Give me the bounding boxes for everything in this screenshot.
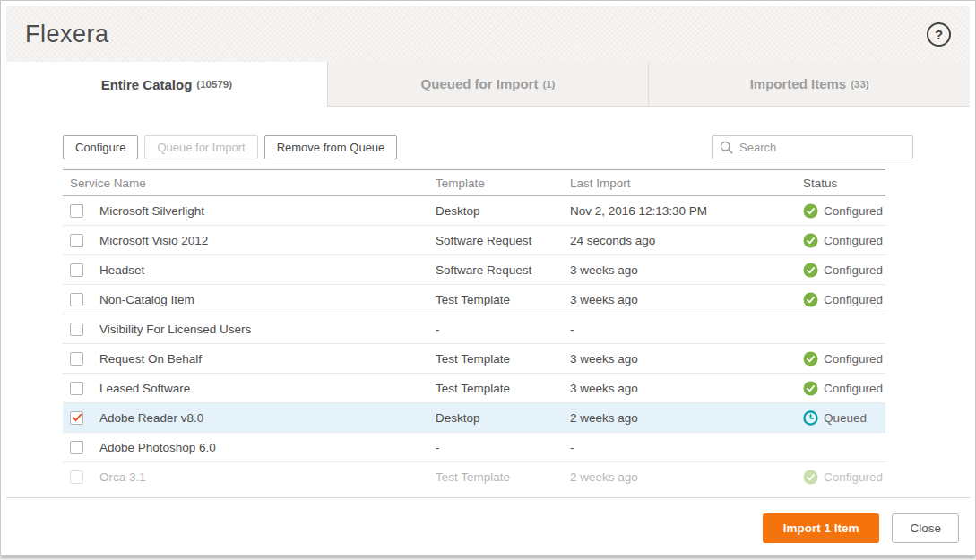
- table-row[interactable]: Adobe Reader v8.0Desktop2 weeks agoQueue…: [63, 403, 885, 433]
- template-cell: Desktop: [428, 411, 563, 425]
- help-glyph: ?: [935, 27, 943, 42]
- table-row[interactable]: Microsoft Visio 2012Software Request24 s…: [63, 226, 885, 255]
- template-cell: -: [428, 323, 563, 336]
- table-header: Service Name Template Last Import Status: [63, 169, 885, 196]
- service-name: Headset: [99, 263, 144, 277]
- row-checkbox[interactable]: [70, 263, 83, 277]
- table-row[interactable]: Visibility For Licensed Users--: [63, 314, 885, 344]
- tab-imported-items[interactable]: Imported Items (33): [648, 62, 970, 107]
- tab-count: (33): [851, 79, 868, 90]
- main-content: Configure Queue for Import Remove from Q…: [6, 107, 970, 497]
- template-cell: Desktop: [428, 204, 563, 218]
- service-name: Adobe Photoshop 6.0: [99, 441, 216, 454]
- status-label: Configured: [824, 234, 883, 247]
- template-cell: Test Template: [428, 382, 563, 395]
- table-row[interactable]: HeadsetSoftware Request3 weeks agoConfig…: [63, 255, 885, 285]
- status-badge: Configured: [796, 263, 885, 278]
- service-name: Request On Behalf: [99, 352, 202, 366]
- check-circle-icon: [803, 233, 818, 248]
- close-button[interactable]: Close: [892, 513, 959, 543]
- status-badge: Configured: [796, 351, 885, 366]
- tab-count: (1): [542, 79, 555, 90]
- row-checkbox[interactable]: [70, 293, 83, 306]
- tab-label: Queued for Import: [421, 76, 539, 91]
- last-import-cell: -: [563, 323, 796, 336]
- status-label: Configured: [824, 470, 883, 484]
- tab-bar: Entire Catalog (10579) Queued for Import…: [6, 62, 970, 107]
- catalog-dialog: Flexera ? Entire Catalog (10579) Queued …: [0, 0, 976, 556]
- check-circle-icon: [803, 292, 818, 307]
- col-service-name: Service Name: [63, 177, 428, 190]
- status-badge: Configured: [796, 203, 885, 219]
- last-import-cell: 2 weeks ago: [563, 470, 796, 484]
- table-row[interactable]: Adobe Photoshop 6.0--: [63, 433, 885, 462]
- clock-icon: [803, 410, 818, 426]
- row-checkbox[interactable]: [70, 441, 83, 454]
- template-cell: Test Template: [428, 293, 563, 306]
- app-header: Flexera ?: [6, 6, 970, 62]
- row-checkbox[interactable]: [70, 352, 83, 366]
- service-name: Microsoft Silverlight: [99, 204, 204, 218]
- toolbar: Configure Queue for Import Remove from Q…: [63, 135, 913, 159]
- status-badge: Configured: [796, 470, 885, 485]
- template-cell: Software Request: [428, 263, 563, 277]
- check-circle-icon: [803, 381, 818, 396]
- status-label: Configured: [824, 382, 883, 395]
- row-checkbox[interactable]: [70, 411, 83, 425]
- row-checkbox[interactable]: [70, 234, 83, 247]
- tab-entire-catalog[interactable]: Entire Catalog (10579): [6, 62, 327, 107]
- status-label: Configured: [824, 352, 883, 366]
- table-row[interactable]: Request On BehalfTest Template3 weeks ag…: [63, 344, 885, 374]
- row-checkbox[interactable]: [70, 323, 83, 336]
- last-import-cell: 3 weeks ago: [563, 352, 796, 366]
- status-badge: Configured: [796, 292, 885, 307]
- last-import-cell: 3 weeks ago: [563, 293, 796, 306]
- status-badge: Queued: [796, 410, 885, 426]
- last-import-cell: 2 weeks ago: [563, 411, 796, 425]
- check-circle-icon: [803, 470, 818, 485]
- table-row[interactable]: Microsoft SilverlightDesktopNov 2, 2016 …: [63, 196, 885, 226]
- service-name: Microsoft Visio 2012: [99, 234, 208, 247]
- last-import-cell: 3 weeks ago: [563, 263, 796, 277]
- search-icon: [720, 141, 733, 154]
- import-button[interactable]: Import 1 Item: [763, 513, 880, 543]
- col-template: Template: [428, 177, 563, 190]
- service-name: Orca 3.1: [99, 470, 146, 484]
- service-name: Leased Software: [99, 382, 190, 395]
- footer: Import 1 Item Close: [6, 497, 970, 549]
- check-circle-icon: [803, 263, 818, 278]
- search-box: [712, 135, 913, 159]
- app-title: Flexera: [25, 21, 109, 48]
- tab-count: (10579): [196, 79, 232, 90]
- row-checkbox[interactable]: [70, 204, 83, 218]
- tab-queued-for-import[interactable]: Queued for Import (1): [327, 62, 649, 107]
- remove-from-queue-button[interactable]: Remove from Queue: [264, 135, 398, 159]
- status-label: Configured: [824, 204, 883, 218]
- last-import-cell: -: [563, 441, 796, 454]
- table-row[interactable]: Orca 3.1Test Template2 weeks agoConfigur…: [63, 462, 885, 489]
- table-row[interactable]: Leased SoftwareTest Template3 weeks agoC…: [63, 374, 885, 403]
- status-label: Configured: [824, 293, 883, 306]
- last-import-cell: 24 seconds ago: [563, 234, 796, 247]
- search-input[interactable]: [739, 141, 905, 154]
- template-cell: Test Template: [428, 352, 563, 366]
- col-status: Status: [796, 177, 885, 190]
- service-name: Adobe Reader v8.0: [99, 411, 203, 425]
- table-row[interactable]: Non-Catalog ItemTest Template3 weeks ago…: [63, 285, 885, 314]
- check-circle-icon: [803, 203, 818, 219]
- template-cell: Test Template: [428, 470, 563, 484]
- col-last-import: Last Import: [563, 177, 796, 190]
- last-import-cell: 3 weeks ago: [563, 382, 796, 395]
- tab-label: Entire Catalog: [101, 77, 193, 92]
- template-cell: -: [428, 441, 563, 454]
- tab-label: Imported Items: [750, 76, 847, 91]
- row-checkbox[interactable]: [70, 470, 83, 484]
- last-import-cell: Nov 2, 2016 12:13:30 PM: [563, 204, 796, 218]
- service-name: Non-Catalog Item: [99, 293, 194, 306]
- help-icon[interactable]: ?: [927, 22, 951, 47]
- configure-button[interactable]: Configure: [63, 135, 138, 159]
- table-body: Microsoft SilverlightDesktopNov 2, 2016 …: [63, 196, 885, 489]
- row-checkbox[interactable]: [70, 382, 83, 395]
- status-badge: Configured: [796, 381, 885, 396]
- queue-for-import-button[interactable]: Queue for Import: [144, 135, 257, 159]
